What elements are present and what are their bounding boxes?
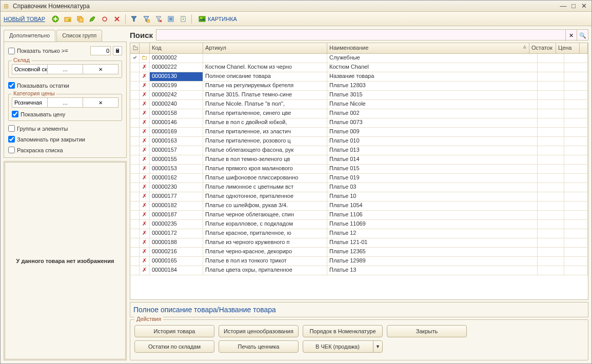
warehouse-combo[interactable]: Основной склад_ДМ … ✕ xyxy=(12,64,119,74)
to-check-button[interactable]: В ЧЕК (продажа) ▼ xyxy=(303,340,383,353)
clear-icon[interactable]: ✕ xyxy=(83,98,118,107)
table-row[interactable]: ✗00000162Платье шифоновое плиссированноП… xyxy=(130,174,588,183)
column-tree[interactable] xyxy=(130,43,140,53)
calculator-icon[interactable]: 🖩 xyxy=(113,46,122,55)
column-article[interactable]: Артикул xyxy=(203,43,327,53)
show-price-checkbox[interactable] xyxy=(12,111,18,117)
maximize-button[interactable]: □ xyxy=(569,2,578,10)
cell-balance xyxy=(538,155,564,164)
table-row[interactable]: ✗00000163Платье приталенное, розового цП… xyxy=(130,137,588,146)
table-row[interactable]: ✗00000182Платье со шлейфом, рукав 3/4.Пл… xyxy=(130,201,588,211)
row-tree-icon xyxy=(130,155,140,164)
clear-filter-icon[interactable] xyxy=(153,14,164,24)
item-icon: ✗ xyxy=(140,174,150,183)
close-button[interactable]: ✕ xyxy=(579,2,588,10)
svg-point-0 xyxy=(52,16,58,22)
column-price[interactable]: Цена xyxy=(556,43,580,53)
table-row[interactable]: ✗00000172Платье красное, приталенное, юП… xyxy=(130,229,588,238)
show-balance-checkbox[interactable] xyxy=(8,82,15,89)
search-row: Поиск ✕ 🔍 xyxy=(130,29,588,41)
item-icon: ✗ xyxy=(140,257,150,266)
cell-code: 00000158 xyxy=(150,109,203,118)
price-cat-combo[interactable]: Розничная … ✕ xyxy=(12,97,119,108)
minimize-button[interactable]: — xyxy=(559,2,568,10)
export-icon[interactable] xyxy=(178,14,188,24)
table-row[interactable]: ✗00000177Платье однотонное, приталенноеП… xyxy=(130,192,588,201)
order-nomenclature-button[interactable]: Порядок в Номенклатуре xyxy=(303,325,383,337)
colorize-checkbox[interactable] xyxy=(8,147,15,153)
cell-article: Платье в пол темно-зеленого цв xyxy=(203,155,327,164)
column-icon[interactable] xyxy=(140,43,150,53)
history-button[interactable]: История товара xyxy=(134,325,214,337)
table-row[interactable]: ✗00000240Платье Nicole. Платье "в пол",П… xyxy=(130,100,588,109)
table-row[interactable]: ✗00000169Платье приталенное, из эластичП… xyxy=(130,128,588,137)
cell-name: Платье 1054 xyxy=(327,201,538,210)
table-row[interactable]: ✗00000187Платье черное облегающее, спинП… xyxy=(130,211,588,220)
table-row[interactable]: ✗00000242Платье 3015. Платье темно-синеП… xyxy=(130,91,588,100)
table-row[interactable]: ✗00000153Платье прямого кроя малиновогоП… xyxy=(130,165,588,174)
table-row[interactable]: ✗00000157Платье облегающего фасона, рукП… xyxy=(130,146,588,155)
table-row[interactable]: ✗00000188Платье из черного кружевного пП… xyxy=(130,238,588,248)
column-name[interactable]: Наименование≛ xyxy=(327,43,529,53)
tab-groups[interactable]: Список групп xyxy=(56,30,102,42)
table-row[interactable]: ✗00000130Полное описание товараНазвание … xyxy=(130,72,588,82)
table-row[interactable]: ✗00000216Платье черно-красное, декорироП… xyxy=(130,248,588,257)
cell-balance xyxy=(538,183,564,192)
filter-panel: Показать только >= 🖩 Склад Основной скла… xyxy=(4,42,127,158)
ellipsis-icon[interactable]: … xyxy=(47,65,83,74)
cell-code: 00000216 xyxy=(150,248,203,256)
table-row[interactable]: ✗00000165Платье в пол из тонкого трикотП… xyxy=(130,257,588,266)
groups-elements-checkbox[interactable] xyxy=(8,125,15,132)
copy-icon[interactable] xyxy=(75,14,85,24)
column-balance[interactable]: Остаток xyxy=(529,43,556,53)
cell-name: Платье 1106 xyxy=(327,211,538,219)
table-row[interactable]: ✗00000158Платье приталенное, синего цвеП… xyxy=(130,109,588,118)
grid-body[interactable]: ⤶🗀00000002Служебные✗00000222Костюм Chane… xyxy=(130,54,588,299)
item-icon: ✗ xyxy=(140,100,150,109)
settings-list-icon[interactable] xyxy=(166,14,176,24)
add-icon[interactable] xyxy=(50,14,61,24)
print-tag-button[interactable]: Печать ценника xyxy=(219,340,299,353)
search-icon[interactable]: 🔍 xyxy=(577,30,588,41)
delete-icon[interactable] xyxy=(112,14,122,24)
table-row[interactable]: ✗00000199Платье на регулируемых бретеляП… xyxy=(130,82,588,91)
cell-name: Название товара xyxy=(327,72,538,81)
refresh-icon[interactable] xyxy=(100,14,110,24)
balance-warehouse-button[interactable]: Остатки по складам xyxy=(134,340,214,353)
table-row[interactable]: ✗00000230Платье лимонное с цветными встП… xyxy=(130,183,588,192)
column-code[interactable]: Код xyxy=(150,43,203,53)
dropdown-icon[interactable]: ▼ xyxy=(373,341,382,352)
show-only-value[interactable] xyxy=(90,46,111,55)
row-tree-icon xyxy=(130,266,140,275)
table-row[interactable]: ✗00000146Платье в пол с двойной юбкой,Пл… xyxy=(130,118,588,128)
cell-article: Платье цвета охры, приталенное xyxy=(203,266,327,275)
row-tree-icon xyxy=(130,238,140,247)
table-row[interactable]: ⤶🗀00000002Служебные xyxy=(130,54,588,63)
cell-code: 00000182 xyxy=(150,201,203,210)
table-row[interactable]: ✗00000184Платье цвета охры, приталенноеП… xyxy=(130,266,588,275)
add-folder-icon[interactable] xyxy=(63,14,73,24)
pricing-history-button[interactable]: История ценообразования xyxy=(219,325,299,337)
row-tree-icon xyxy=(130,201,140,210)
filter-funnel-icon[interactable] xyxy=(129,14,139,24)
clear-icon[interactable]: ✕ xyxy=(83,65,118,74)
show-only-checkbox[interactable] xyxy=(8,48,15,54)
edit-icon[interactable] xyxy=(87,14,97,24)
table-row[interactable]: ✗00000222Костюм Chanel. Костюм из черноК… xyxy=(130,63,588,72)
table-row[interactable]: ✗00000235Платье коралловое, с подкладомП… xyxy=(130,220,588,229)
remember-close-checkbox[interactable] xyxy=(8,136,15,143)
ellipsis-icon[interactable]: … xyxy=(47,98,83,107)
tab-extra[interactable]: Дополнительно xyxy=(4,30,55,42)
price-cat-legend: Категория цены xyxy=(12,90,56,96)
row-tree-icon xyxy=(130,183,140,192)
search-input[interactable] xyxy=(156,30,565,40)
row-tree-icon xyxy=(130,174,140,183)
picture-button[interactable]: КАРТИНКА xyxy=(195,14,241,24)
close-action-button[interactable]: Закрыть xyxy=(387,325,467,337)
filter-by-value-icon[interactable] xyxy=(141,14,151,24)
search-clear-icon[interactable]: ✕ xyxy=(565,30,577,41)
table-row[interactable]: ✗00000155Платье в пол темно-зеленого цвП… xyxy=(130,155,588,165)
cell-code: 00000172 xyxy=(150,229,203,238)
new-item-link[interactable]: НОВЫЙ ТОВАР xyxy=(4,16,45,22)
cell-price xyxy=(564,118,588,127)
